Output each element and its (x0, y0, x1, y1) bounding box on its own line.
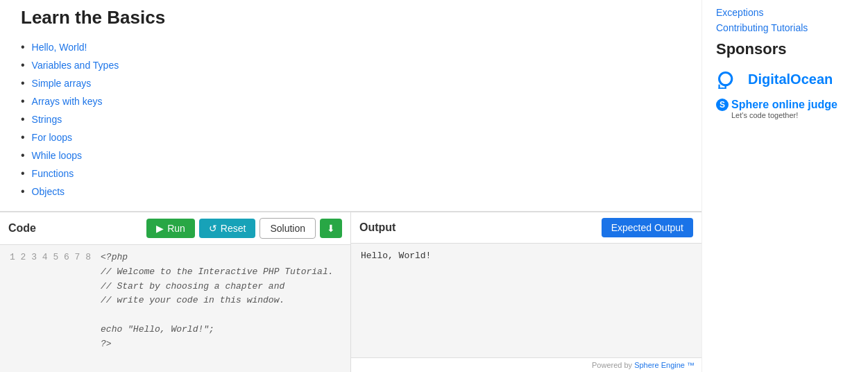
tutorial-list-item: Functions (21, 167, 681, 180)
tutorial-list-item: Strings (21, 113, 681, 126)
page-title: Learn the Basics (21, 7, 681, 28)
sphere-name: S Sphere online judge (716, 99, 837, 111)
digitalocean-icon (716, 69, 742, 89)
output-text: Hello, World! (361, 251, 431, 261)
tutorial-link[interactable]: Strings (32, 114, 62, 125)
run-icon: ▶ (156, 223, 164, 234)
run-label: Run (167, 223, 185, 234)
reset-button[interactable]: ↺ Reset (199, 219, 256, 238)
tutorial-list-item: Variables and Types (21, 59, 681, 71)
code-buttons: ▶ Run ↺ Reset Solution ⬇ (146, 218, 342, 239)
line-numbers: 1 2 3 4 5 6 7 8 (0, 245, 98, 372)
output-content: Hello, World! (351, 244, 701, 357)
sidebar-link[interactable]: Exceptions (716, 7, 854, 18)
tutorial-link[interactable]: Hello, World! (32, 42, 87, 53)
sphere-name-text: Sphere online judge (731, 99, 837, 111)
svg-point-0 (720, 73, 732, 85)
tutorial-list-item: For loops (21, 131, 681, 144)
tutorial-link[interactable]: For loops (32, 132, 72, 143)
expected-output-button[interactable]: Expected Output (602, 218, 693, 237)
sphere-sponsor: S Sphere online judge Let's code togethe… (716, 99, 854, 119)
code-panel-title: Code (8, 222, 36, 235)
sponsors-title: Sponsors (716, 40, 854, 58)
tutorial-list-item: Hello, World! (21, 41, 681, 53)
sidebar-link[interactable]: Contributing Tutorials (716, 22, 854, 33)
tutorial-link[interactable]: Functions (32, 168, 74, 179)
sphere-engine-link[interactable]: Sphere Engine ™ (634, 361, 695, 369)
tutorial-list-item: Arrays with keys (21, 95, 681, 108)
code-content[interactable]: <?php // Welcome to the Interactive PHP … (98, 245, 339, 372)
reset-label: Reset (221, 223, 246, 234)
tutorial-list: Hello, World!Variables and TypesSimple a… (21, 41, 681, 201)
reset-icon: ↺ (209, 223, 217, 234)
output-panel-title: Output (359, 221, 395, 234)
digitalocean-sponsor: DigitalOcean (716, 69, 854, 89)
powered-by: Powered by Sphere Engine ™ (351, 357, 701, 372)
tutorial-link[interactable]: While loops (32, 150, 82, 161)
code-editor[interactable]: 1 2 3 4 5 6 7 8 <?php // Welcome to the … (0, 245, 350, 372)
download-button[interactable]: ⬇ (320, 219, 342, 238)
solution-button[interactable]: Solution (259, 218, 316, 239)
tutorial-list-item: While loops (21, 149, 681, 162)
tutorial-list-item: Simple arrays (21, 77, 681, 90)
download-icon: ⬇ (327, 223, 335, 234)
digitalocean-text: DigitalOcean (748, 71, 833, 87)
tutorial-link[interactable]: Variables and Types (32, 60, 119, 71)
tutorial-link[interactable]: Arrays with keys (32, 96, 103, 107)
tutorial-link[interactable]: Simple arrays (32, 78, 92, 89)
sphere-tagline: Let's code together! (731, 111, 798, 119)
sphere-s-icon: S (716, 99, 729, 111)
run-button[interactable]: ▶ Run (146, 219, 195, 238)
sidebar: ExceptionsContributing Tutorials Sponsor… (701, 0, 868, 372)
tutorial-list-item: Objects (21, 185, 681, 198)
powered-by-text: Powered by (592, 361, 634, 369)
solution-label: Solution (270, 223, 305, 234)
tutorial-link[interactable]: Objects (32, 186, 65, 197)
